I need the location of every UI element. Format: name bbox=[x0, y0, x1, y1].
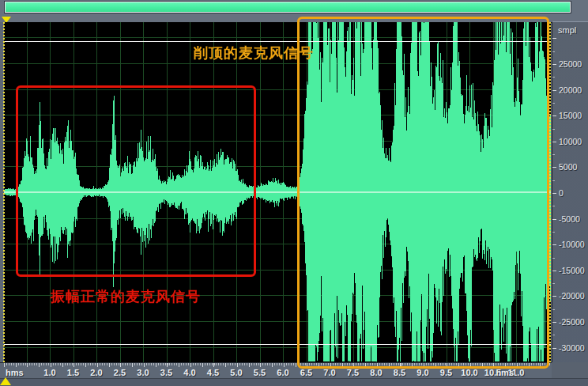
time-tick-label: 3.0 bbox=[137, 368, 149, 377]
time-unit-label-right: hms bbox=[496, 368, 514, 377]
selection-boundary-left-line[interactable] bbox=[3, 22, 5, 362]
time-tick-label: 2.5 bbox=[114, 368, 126, 377]
overview-scrollbar-thumb[interactable] bbox=[5, 2, 571, 13]
amplitude-axis[interactable]: smpl 2500020000150001000050000-5000-1000… bbox=[552, 21, 588, 378]
amplitude-tick bbox=[552, 271, 556, 271]
amplitude-tick-label: -10000 bbox=[559, 240, 585, 249]
amplitude-tick-label: -30000 bbox=[559, 343, 585, 353]
time-tick-label: 6.0 bbox=[277, 368, 288, 377]
amplitude-tick bbox=[552, 142, 556, 142]
time-tick-label: 9.0 bbox=[416, 368, 428, 377]
amplitude-tick-label: 15000 bbox=[559, 111, 582, 120]
time-tick-label: 6.5 bbox=[300, 368, 312, 377]
clipped-region-annotation-label: 削顶的麦克风信号 bbox=[194, 44, 314, 62]
amplitude-tick-label: 25000 bbox=[559, 59, 582, 69]
amplitude-tick bbox=[552, 129, 555, 130]
amplitude-tick bbox=[552, 309, 555, 310]
time-tick-label: 3.5 bbox=[160, 368, 172, 377]
time-unit-label-left: hms bbox=[6, 368, 24, 377]
amplitude-tick-label: 0 bbox=[559, 188, 564, 198]
amplitude-tick bbox=[552, 154, 555, 155]
amplitude-tick bbox=[552, 322, 556, 323]
time-tick-label: 5.0 bbox=[230, 368, 242, 377]
time-tick-label: 7.5 bbox=[347, 368, 359, 377]
normal-region-annotation-label: 振幅正常的麦克风信号 bbox=[51, 287, 201, 306]
time-tick-label: 5.5 bbox=[254, 368, 266, 377]
amplitude-tick bbox=[552, 180, 555, 181]
amplitude-tick-label: 10000 bbox=[559, 137, 582, 146]
amplitude-tick-label: 20000 bbox=[559, 85, 582, 95]
amplitude-tick bbox=[552, 244, 556, 245]
time-tick-label: 1.5 bbox=[67, 368, 79, 377]
amplitude-tick-label: -20000 bbox=[559, 291, 585, 301]
amplitude-tick bbox=[552, 103, 555, 104]
amplitude-tick bbox=[552, 296, 556, 297]
amplitude-tick bbox=[552, 283, 555, 284]
amplitude-tick-label: 5000 bbox=[559, 162, 577, 172]
selection-boundary-right-line[interactable] bbox=[549, 22, 551, 362]
time-tick-label: 9.5 bbox=[440, 368, 452, 377]
amplitude-tick bbox=[552, 348, 556, 349]
amplitude-tick bbox=[552, 51, 555, 52]
time-tick-label: 4.0 bbox=[183, 368, 195, 377]
time-tick-label: 2.0 bbox=[90, 368, 102, 377]
time-tick-label: 8.0 bbox=[370, 368, 382, 377]
bottom-status-strip bbox=[0, 378, 588, 386]
clipped-region-annotation-rect bbox=[297, 17, 549, 369]
amplitude-tick bbox=[552, 258, 555, 259]
amplitude-tick bbox=[552, 167, 556, 168]
time-tick-label: 8.5 bbox=[394, 368, 405, 377]
amplitude-tick bbox=[552, 90, 556, 91]
amplitude-tick bbox=[552, 77, 555, 78]
amplitude-tick bbox=[552, 219, 556, 220]
amplitude-tick-label: -25000 bbox=[559, 317, 585, 327]
bottom-right-corner bbox=[552, 362, 588, 378]
amplitude-tick bbox=[552, 232, 555, 233]
amplitude-tick bbox=[552, 38, 556, 39]
normal-region-annotation-rect bbox=[16, 85, 256, 277]
time-tick-label: 1.0 bbox=[43, 368, 55, 377]
amplitude-tick bbox=[552, 193, 556, 194]
amplitude-unit-label: smpl bbox=[558, 25, 576, 35]
audio-editor-window: smpl 2500020000150001000050000-5000-1000… bbox=[0, 0, 588, 386]
amplitude-tick bbox=[552, 335, 555, 335]
time-tick-label: 10.0 bbox=[461, 368, 477, 377]
amplitude-tick-label: -15000 bbox=[559, 266, 585, 275]
amplitude-tick-label: -5000 bbox=[559, 214, 580, 224]
selection-start-marker-bottom-icon[interactable] bbox=[0, 377, 11, 385]
time-tick-label: 7.0 bbox=[323, 368, 335, 377]
amplitude-tick bbox=[552, 115, 556, 116]
amplitude-tick bbox=[552, 206, 555, 206]
time-tick-label: 4.5 bbox=[207, 368, 219, 377]
amplitude-tick bbox=[552, 64, 556, 65]
